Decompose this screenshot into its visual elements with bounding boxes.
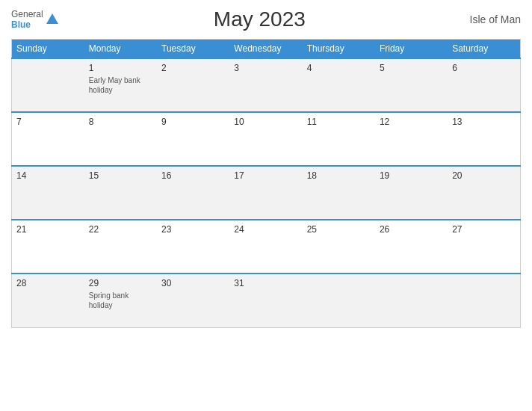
logo: General Blue	[11, 9, 58, 31]
day-number: 24	[234, 224, 297, 235]
calendar-week-4: 21222324252627	[12, 220, 521, 274]
day-number: 27	[452, 224, 516, 235]
day-number: 28	[16, 278, 80, 288]
weekday-header-saturday: Saturday	[448, 40, 520, 59]
calendar-cell: 14	[12, 166, 84, 220]
calendar-cell: 20	[448, 166, 520, 220]
weekday-header-friday: Friday	[375, 40, 448, 59]
day-number: 3	[234, 63, 297, 73]
logo-general-text: General	[11, 9, 43, 19]
calendar-week-1: 1Early May bank holiday23456	[12, 58, 521, 112]
calendar-cell: 24	[229, 220, 302, 274]
calendar-cell: 3	[229, 58, 302, 112]
day-number: 12	[380, 117, 443, 127]
day-number: 23	[161, 224, 225, 235]
calendar-cell: 25	[303, 220, 375, 274]
calendar-week-5: 2829Spring bank holiday3031	[12, 274, 521, 327]
calendar-cell: 13	[448, 112, 520, 166]
day-number: 22	[89, 224, 152, 235]
calendar-cell: 11	[303, 112, 375, 166]
calendar-cell: 6	[448, 58, 520, 112]
month-title: May 2023	[58, 7, 461, 31]
calendar-cell: 12	[375, 112, 448, 166]
calendar-cell: 9	[157, 112, 229, 166]
calendar-cell: 18	[303, 166, 375, 220]
calendar-cell: 8	[84, 112, 157, 166]
day-number: 30	[161, 278, 225, 288]
day-number: 14	[16, 170, 80, 181]
calendar-cell: 16	[157, 166, 229, 220]
calendar-cell: 27	[448, 220, 520, 274]
day-number: 26	[380, 224, 443, 235]
day-number: 29	[89, 278, 152, 288]
calendar-container: General Blue May 2023 Isle of Man Sunday…	[0, 0, 532, 411]
calendar-week-3: 14151617181920	[12, 166, 521, 220]
logo-triangle-icon	[46, 13, 58, 24]
day-number: 5	[380, 63, 443, 73]
day-number: 15	[89, 170, 152, 181]
weekday-header-row: SundayMondayTuesdayWednesdayThursdayFrid…	[12, 40, 521, 59]
logo-blue-text: Blue	[11, 19, 43, 30]
holiday-label: Spring bank holiday	[89, 291, 152, 310]
day-number: 20	[452, 170, 516, 181]
holiday-label: Early May bank holiday	[89, 75, 152, 95]
calendar-cell: 26	[375, 220, 448, 274]
day-number: 10	[234, 117, 297, 127]
day-number: 18	[307, 170, 371, 181]
region-label: Isle of Man	[461, 13, 521, 25]
calendar-table: SundayMondayTuesdayWednesdayThursdayFrid…	[11, 39, 521, 328]
day-number: 9	[161, 117, 225, 127]
calendar-cell: 10	[229, 112, 302, 166]
day-number: 11	[307, 117, 371, 127]
calendar-cell: 31	[229, 274, 302, 327]
calendar-header: General Blue May 2023 Isle of Man	[11, 7, 521, 31]
calendar-cell: 28	[12, 274, 84, 327]
day-number: 13	[452, 117, 516, 127]
calendar-cell: 5	[375, 58, 448, 112]
weekday-header-sunday: Sunday	[12, 40, 84, 59]
day-number: 31	[234, 278, 297, 288]
day-number: 16	[161, 170, 225, 181]
calendar-cell: 7	[12, 112, 84, 166]
calendar-cell: 4	[303, 58, 375, 112]
weekday-header-wednesday: Wednesday	[229, 40, 302, 59]
calendar-cell: 21	[12, 220, 84, 274]
calendar-cell: 17	[229, 166, 302, 220]
day-number: 4	[307, 63, 371, 73]
day-number: 1	[89, 63, 152, 73]
calendar-cell	[448, 274, 520, 327]
logo-text: General Blue	[11, 9, 43, 31]
calendar-cell	[12, 58, 84, 112]
day-number: 21	[16, 224, 80, 235]
calendar-cell: 23	[157, 220, 229, 274]
day-number: 2	[161, 63, 225, 73]
weekday-header-monday: Monday	[84, 40, 157, 59]
day-number: 6	[452, 63, 516, 73]
calendar-cell: 19	[375, 166, 448, 220]
calendar-cell	[375, 274, 448, 327]
calendar-cell: 22	[84, 220, 157, 274]
day-number: 8	[89, 117, 152, 127]
calendar-cell: 15	[84, 166, 157, 220]
calendar-cell	[303, 274, 375, 327]
weekday-header-thursday: Thursday	[303, 40, 375, 59]
calendar-cell: 2	[157, 58, 229, 112]
calendar-cell: 30	[157, 274, 229, 327]
calendar-cell: 29Spring bank holiday	[84, 274, 157, 327]
calendar-cell: 1Early May bank holiday	[84, 58, 157, 112]
weekday-header-tuesday: Tuesday	[157, 40, 229, 59]
day-number: 19	[380, 170, 443, 181]
day-number: 25	[307, 224, 371, 235]
calendar-week-2: 78910111213	[12, 112, 521, 166]
day-number: 17	[234, 170, 297, 181]
day-number: 7	[16, 117, 80, 127]
